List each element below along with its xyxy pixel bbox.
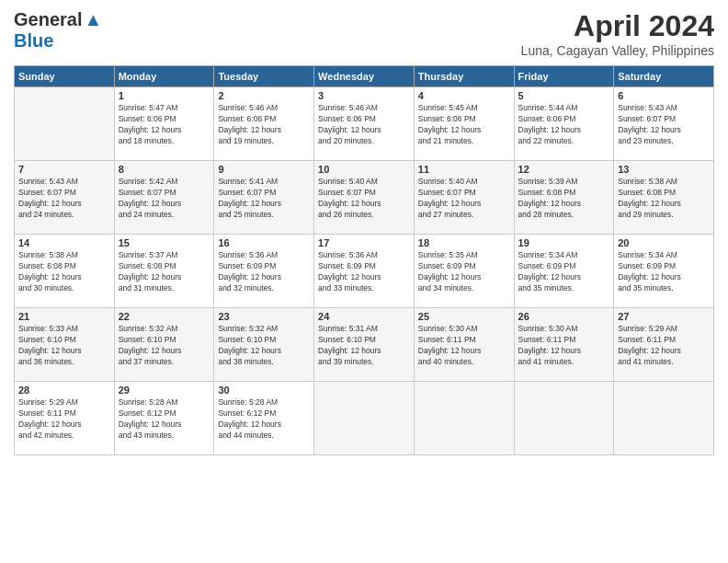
table-row	[514, 382, 614, 455]
table-row: 21Sunrise: 5:33 AM Sunset: 6:10 PM Dayli…	[15, 308, 115, 382]
day-info: Sunrise: 5:36 AM Sunset: 6:09 PM Dayligh…	[318, 250, 410, 294]
col-monday: Monday	[114, 66, 214, 87]
page-container: General ▲ Blue April 2024 Luna, Cagayan …	[0, 0, 728, 465]
table-row	[414, 382, 514, 455]
table-row: 3Sunrise: 5:46 AM Sunset: 6:06 PM Daylig…	[314, 87, 415, 161]
day-info: Sunrise: 5:39 AM Sunset: 6:08 PM Dayligh…	[518, 177, 610, 221]
logo: General ▲ Blue	[14, 9, 102, 52]
table-row: 5Sunrise: 5:44 AM Sunset: 6:06 PM Daylig…	[514, 87, 614, 161]
col-saturday: Saturday	[614, 66, 714, 87]
day-info: Sunrise: 5:29 AM Sunset: 6:11 PM Dayligh…	[618, 324, 710, 368]
table-row: 8Sunrise: 5:42 AM Sunset: 6:07 PM Daylig…	[114, 161, 214, 235]
day-number: 4	[418, 90, 510, 101]
day-number: 2	[218, 90, 310, 101]
calendar-week-2: 7Sunrise: 5:43 AM Sunset: 6:07 PM Daylig…	[15, 161, 714, 235]
day-info: Sunrise: 5:47 AM Sunset: 6:06 PM Dayligh…	[119, 103, 210, 147]
calendar-week-3: 14Sunrise: 5:38 AM Sunset: 6:08 PM Dayli…	[15, 235, 714, 308]
col-friday: Friday	[514, 66, 614, 87]
day-info: Sunrise: 5:34 AM Sunset: 6:09 PM Dayligh…	[518, 250, 610, 294]
month-title: April 2024	[521, 9, 714, 43]
day-number: 23	[218, 311, 310, 322]
table-row: 20Sunrise: 5:34 AM Sunset: 6:09 PM Dayli…	[614, 235, 714, 308]
logo-general: General	[14, 9, 82, 30]
day-info: Sunrise: 5:45 AM Sunset: 6:06 PM Dayligh…	[418, 103, 510, 147]
day-number: 6	[618, 90, 710, 101]
table-row: 11Sunrise: 5:40 AM Sunset: 6:07 PM Dayli…	[414, 161, 514, 235]
col-sunday: Sunday	[15, 66, 115, 87]
day-info: Sunrise: 5:28 AM Sunset: 6:12 PM Dayligh…	[119, 397, 210, 442]
table-row: 25Sunrise: 5:30 AM Sunset: 6:11 PM Dayli…	[414, 308, 514, 382]
table-row: 6Sunrise: 5:43 AM Sunset: 6:07 PM Daylig…	[614, 87, 714, 161]
table-row: 7Sunrise: 5:43 AM Sunset: 6:07 PM Daylig…	[15, 161, 115, 235]
table-row: 12Sunrise: 5:39 AM Sunset: 6:08 PM Dayli…	[514, 161, 614, 235]
day-number: 25	[418, 311, 510, 322]
table-row: 22Sunrise: 5:32 AM Sunset: 6:10 PM Dayli…	[114, 308, 214, 382]
calendar-week-5: 28Sunrise: 5:29 AM Sunset: 6:11 PM Dayli…	[15, 382, 714, 455]
day-number: 24	[318, 311, 410, 322]
day-number: 15	[119, 237, 210, 248]
calendar-header-row: Sunday Monday Tuesday Wednesday Thursday…	[15, 66, 714, 87]
day-number: 11	[418, 164, 510, 175]
day-number: 21	[18, 311, 110, 322]
calendar-table: Sunday Monday Tuesday Wednesday Thursday…	[14, 65, 714, 455]
day-number: 10	[318, 164, 410, 175]
table-row: 27Sunrise: 5:29 AM Sunset: 6:11 PM Dayli…	[614, 308, 714, 382]
table-row: 17Sunrise: 5:36 AM Sunset: 6:09 PM Dayli…	[314, 235, 415, 308]
day-number: 1	[119, 90, 210, 101]
table-row: 16Sunrise: 5:36 AM Sunset: 6:09 PM Dayli…	[214, 235, 314, 308]
table-row: 24Sunrise: 5:31 AM Sunset: 6:10 PM Dayli…	[314, 308, 415, 382]
day-info: Sunrise: 5:40 AM Sunset: 6:07 PM Dayligh…	[418, 177, 510, 221]
day-info: Sunrise: 5:28 AM Sunset: 6:12 PM Dayligh…	[218, 397, 310, 442]
calendar-week-4: 21Sunrise: 5:33 AM Sunset: 6:10 PM Dayli…	[15, 308, 714, 382]
calendar-week-1: 1Sunrise: 5:47 AM Sunset: 6:06 PM Daylig…	[15, 87, 714, 161]
day-info: Sunrise: 5:32 AM Sunset: 6:10 PM Dayligh…	[119, 324, 210, 368]
day-info: Sunrise: 5:42 AM Sunset: 6:07 PM Dayligh…	[119, 177, 210, 221]
col-thursday: Thursday	[414, 66, 514, 87]
day-number: 7	[18, 164, 110, 175]
day-number: 8	[119, 164, 210, 175]
day-number: 20	[618, 237, 710, 248]
day-number: 19	[518, 237, 610, 248]
day-number: 14	[18, 237, 110, 248]
day-info: Sunrise: 5:35 AM Sunset: 6:09 PM Dayligh…	[418, 250, 510, 294]
day-info: Sunrise: 5:46 AM Sunset: 6:06 PM Dayligh…	[218, 103, 310, 147]
day-info: Sunrise: 5:29 AM Sunset: 6:11 PM Dayligh…	[18, 397, 110, 442]
day-info: Sunrise: 5:37 AM Sunset: 6:08 PM Dayligh…	[119, 250, 210, 294]
day-info: Sunrise: 5:38 AM Sunset: 6:08 PM Dayligh…	[18, 250, 110, 294]
table-row: 29Sunrise: 5:28 AM Sunset: 6:12 PM Dayli…	[114, 382, 214, 455]
table-row: 18Sunrise: 5:35 AM Sunset: 6:09 PM Dayli…	[414, 235, 514, 308]
table-row	[15, 87, 115, 161]
table-row: 2Sunrise: 5:46 AM Sunset: 6:06 PM Daylig…	[214, 87, 314, 161]
day-number: 18	[418, 237, 510, 248]
logo-blue: Blue	[14, 30, 53, 51]
day-info: Sunrise: 5:40 AM Sunset: 6:07 PM Dayligh…	[318, 177, 410, 221]
table-row: 28Sunrise: 5:29 AM Sunset: 6:11 PM Dayli…	[15, 382, 115, 455]
day-number: 26	[518, 311, 610, 322]
table-row	[314, 382, 415, 455]
day-info: Sunrise: 5:43 AM Sunset: 6:07 PM Dayligh…	[18, 177, 110, 221]
day-number: 16	[218, 237, 310, 248]
day-info: Sunrise: 5:32 AM Sunset: 6:10 PM Dayligh…	[218, 324, 310, 368]
day-number: 22	[119, 311, 210, 322]
table-row: 30Sunrise: 5:28 AM Sunset: 6:12 PM Dayli…	[214, 382, 314, 455]
day-info: Sunrise: 5:34 AM Sunset: 6:09 PM Dayligh…	[618, 250, 710, 294]
day-info: Sunrise: 5:30 AM Sunset: 6:11 PM Dayligh…	[418, 324, 510, 368]
day-number: 12	[518, 164, 610, 175]
table-row: 14Sunrise: 5:38 AM Sunset: 6:08 PM Dayli…	[15, 235, 115, 308]
table-row: 1Sunrise: 5:47 AM Sunset: 6:06 PM Daylig…	[114, 87, 214, 161]
table-row: 13Sunrise: 5:38 AM Sunset: 6:08 PM Dayli…	[614, 161, 714, 235]
table-row: 19Sunrise: 5:34 AM Sunset: 6:09 PM Dayli…	[514, 235, 614, 308]
header: General ▲ Blue April 2024 Luna, Cagayan …	[14, 9, 714, 58]
table-row: 23Sunrise: 5:32 AM Sunset: 6:10 PM Dayli…	[214, 308, 314, 382]
table-row: 26Sunrise: 5:30 AM Sunset: 6:11 PM Dayli…	[514, 308, 614, 382]
subtitle: Luna, Cagayan Valley, Philippines	[521, 43, 714, 58]
table-row: 9Sunrise: 5:41 AM Sunset: 6:07 PM Daylig…	[214, 161, 314, 235]
col-wednesday: Wednesday	[314, 66, 415, 87]
table-row: 4Sunrise: 5:45 AM Sunset: 6:06 PM Daylig…	[414, 87, 514, 161]
col-tuesday: Tuesday	[214, 66, 314, 87]
day-number: 28	[18, 385, 110, 396]
table-row: 15Sunrise: 5:37 AM Sunset: 6:08 PM Dayli…	[114, 235, 214, 308]
logo-bird-icon: ▲	[84, 9, 102, 30]
day-info: Sunrise: 5:30 AM Sunset: 6:11 PM Dayligh…	[518, 324, 610, 368]
table-row	[614, 382, 714, 455]
